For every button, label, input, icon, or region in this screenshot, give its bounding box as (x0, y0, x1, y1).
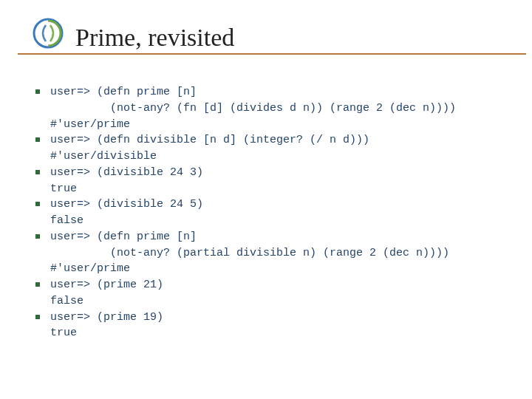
code-item: user=> (divisible 24 3) true (30, 165, 514, 197)
bullet-icon (35, 315, 40, 319)
code-item: user=> (defn divisible [n d] (integer? (… (30, 132, 514, 165)
slide-title: Prime, revisited (75, 24, 234, 52)
code-text: user=> (prime 19) true (50, 311, 163, 340)
code-text: user=> (divisible 24 5) false (50, 198, 203, 227)
slide-body: user=> (defn prime [n] (not-any? (fn [d]… (0, 55, 532, 341)
code-text: user=> (defn divisible [n d] (integer? (… (50, 134, 369, 163)
code-item: user=> (prime 19) true (30, 310, 514, 342)
svg-point-0 (34, 19, 62, 47)
bullet-icon (35, 282, 40, 287)
code-item: user=> (divisible 24 5) false (30, 197, 514, 229)
bullet-icon (35, 202, 40, 206)
code-text: user=> (defn prime [n] (not-any? (fn [d]… (50, 86, 456, 131)
clojure-logo-icon (33, 18, 64, 49)
code-item: user=> (defn prime [n] (not-any? (partia… (30, 229, 514, 277)
bullet-icon (35, 234, 40, 239)
bullet-icon (35, 137, 40, 142)
bullet-icon (35, 170, 40, 174)
slide: Prime, revisited user=> (defn prime [n] … (0, 0, 532, 399)
code-text: user=> (prime 21) false (50, 279, 163, 307)
code-item: user=> (prime 21) false (30, 277, 514, 310)
bullet-icon (35, 89, 40, 94)
code-text: user=> (defn prime [n] (not-any? (partia… (50, 231, 449, 276)
slide-header: Prime, revisited (18, 0, 526, 55)
code-list: user=> (defn prime [n] (not-any? (fn [d]… (30, 84, 514, 341)
code-text: user=> (divisible 24 3) true (50, 166, 203, 195)
code-item: user=> (defn prime [n] (not-any? (fn [d]… (30, 84, 514, 132)
